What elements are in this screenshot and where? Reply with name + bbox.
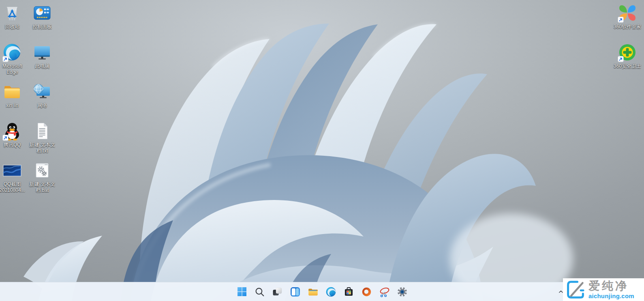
watermark-brand: 爱纯净 bbox=[588, 280, 634, 292]
batch-file-gears-icon bbox=[32, 161, 52, 180]
microsoft-store-button[interactable] bbox=[341, 284, 357, 300]
shortcut-arrow-icon bbox=[618, 56, 624, 62]
desktop-icon-label: 网络 bbox=[37, 103, 47, 109]
desktop-icon-control-panel[interactable]: 控制面板 bbox=[27, 2, 58, 42]
desktop-icon-label: 腾讯QQ bbox=[4, 142, 21, 148]
shortcut-arrow-icon bbox=[2, 135, 9, 141]
desktop-icon-label: 360安全卫士 bbox=[614, 63, 641, 69]
shortcut-arrow-icon bbox=[2, 56, 9, 62]
taskbar-center-buttons bbox=[233, 282, 411, 301]
desktop-icon-label: 回收站 bbox=[5, 24, 19, 30]
shortcut-arrow-icon bbox=[618, 17, 624, 23]
watermark: 爱纯净 aichunjing.com bbox=[563, 278, 644, 301]
desktop-icon-label: 此电脑 bbox=[35, 63, 49, 69]
file-explorer-folder-icon bbox=[308, 286, 319, 297]
desktop-icon-360-safe-guard[interactable]: 360安全卫士 bbox=[612, 42, 643, 81]
edge-button[interactable] bbox=[323, 284, 339, 300]
desktop-icon-column-right: 360软件管家 360安全卫士 bbox=[612, 2, 643, 81]
snipping-tool-scissors-icon bbox=[379, 286, 390, 297]
edge-icon bbox=[325, 286, 336, 297]
taskbar bbox=[0, 282, 644, 301]
task-view-button[interactable] bbox=[270, 284, 286, 300]
monitor-icon bbox=[32, 43, 52, 62]
recycle-bin-icon bbox=[2, 3, 22, 23]
file-explorer-button[interactable] bbox=[305, 284, 321, 300]
task-view-icon bbox=[272, 287, 282, 297]
desktop-icon-label: Microsoft Edge bbox=[2, 63, 22, 75]
desktop-icon-new-text-document-txt[interactable]: 新建 文本文 档.txt bbox=[27, 120, 58, 160]
desktop-wallpaper bbox=[0, 0, 644, 301]
desktop-icon-tencent-qq[interactable]: 腾讯QQ bbox=[0, 120, 28, 160]
desktop-icon-label: 控制面板 bbox=[32, 24, 52, 30]
snipping-tool-button[interactable] bbox=[377, 284, 393, 300]
watermark-domain: aichunjing.com bbox=[588, 293, 634, 299]
folder-icon bbox=[2, 82, 22, 101]
search-icon bbox=[255, 287, 265, 297]
image-thumbnail-icon bbox=[2, 161, 22, 180]
control-panel-icon bbox=[32, 3, 52, 23]
office-ring-icon bbox=[361, 286, 372, 297]
desktop-icon-microsoft-edge[interactable]: Microsoft Edge bbox=[0, 42, 28, 81]
widgets-button[interactable] bbox=[287, 284, 304, 300]
desktop-icon-this-pc[interactable]: 此电脑 bbox=[27, 42, 58, 81]
watermark-text: 爱纯净 aichunjing.com bbox=[588, 280, 634, 299]
desktop-icon-xin-lin-folder[interactable]: xin lin bbox=[0, 81, 28, 120]
desktop-icon-new-text-document-bat[interactable]: 新建 文本文 档.bat bbox=[27, 160, 58, 199]
settings-gear-icon bbox=[397, 286, 408, 297]
desktop-icon-column-1: 回收站 Microsoft Edge xin lin 腾讯QQ QQ截图 202… bbox=[0, 2, 28, 199]
network-globe-icon bbox=[32, 82, 52, 101]
desktop-icon-360-software-manager[interactable]: 360软件管家 bbox=[612, 2, 643, 42]
desktop-icon-column-2: 控制面板 此电脑 网络 新建 文本文 档.txt 新建 文本文 档.bat bbox=[27, 2, 58, 199]
desktop-icon-recycle-bin[interactable]: 回收站 bbox=[0, 2, 28, 42]
desktop-icon-qq-screenshot-image[interactable]: QQ截图 20210804... bbox=[0, 160, 28, 199]
start-button[interactable] bbox=[234, 284, 250, 300]
desktop-icon-label: xin lin bbox=[6, 103, 19, 109]
store-bag-icon bbox=[343, 286, 354, 297]
text-file-icon bbox=[32, 121, 52, 141]
desktop-icon-label: 新建 文本文 档.txt bbox=[29, 142, 55, 154]
search-button[interactable] bbox=[252, 284, 268, 300]
aichunjing-logo-icon bbox=[566, 280, 585, 299]
desktop-icon-label: QQ截图 20210804... bbox=[0, 181, 25, 193]
widgets-icon bbox=[290, 287, 300, 297]
windows-start-icon bbox=[237, 287, 247, 297]
desktop-icon-label: 新建 文本文 档.bat bbox=[29, 181, 55, 193]
desktop-icon-network[interactable]: 网络 bbox=[27, 81, 58, 120]
settings-button[interactable] bbox=[394, 284, 411, 300]
desktop-icon-label: 360软件管家 bbox=[614, 24, 641, 30]
windows-11-desktop: { "desktop": { "column1": [ {"id": "recy… bbox=[0, 0, 644, 301]
office-button[interactable] bbox=[359, 284, 375, 300]
